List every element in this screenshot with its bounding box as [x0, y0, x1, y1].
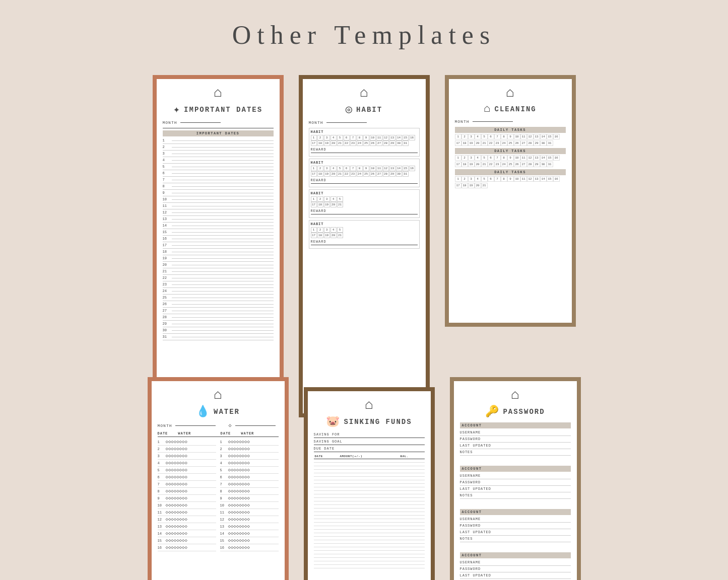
table-row	[314, 473, 425, 477]
water-drop-small: ◇	[229, 422, 232, 428]
daily-tasks-header-3: DAILY TASKS	[455, 169, 566, 175]
cleaning-title: CLEANING	[494, 105, 536, 113]
table-row: 20	[163, 262, 274, 268]
reward-row: REWARD	[311, 209, 418, 214]
table-row	[314, 487, 425, 491]
habit-numbers-row1: 12345	[311, 196, 418, 202]
password-card: ⌂ 🔑 PASSWORD ACCOUNT USERNAME PASSWORD L…	[450, 377, 581, 580]
table-row: 22	[163, 275, 274, 281]
table-row	[314, 533, 425, 537]
target-icon: ◎	[346, 103, 352, 116]
table-row	[314, 547, 425, 551]
list-item: 16◇◇◇◇◇◇◇◇	[158, 544, 216, 551]
month-row: MONTH	[309, 120, 420, 125]
home-icon: ⌂	[360, 85, 368, 101]
table-row: 31	[163, 334, 274, 340]
month-label: MONTH	[455, 119, 470, 124]
username-field-3: USERNAME	[460, 516, 571, 523]
habit-numbers-row1: 12345678910111213141516	[311, 135, 418, 140]
last-updated-field: LAST UPDATED	[460, 443, 571, 449]
saving-for-row: SAVING FOR	[314, 432, 425, 438]
table-row: 1	[163, 137, 274, 144]
water-card: ⌂ 💧 WATER MONTH ◇ DATE WATER DATE	[148, 377, 289, 580]
habit-section-3: HABIT 12345 1718192021 REWARD	[309, 189, 420, 218]
habit-label: HABIT	[311, 222, 418, 226]
list-item: 5◇◇◇◇◇◇◇◇	[220, 467, 279, 474]
table-row: 21	[163, 268, 274, 275]
list-item: 2◇◇◇◇◇◇◇◇	[158, 446, 216, 453]
table-row: 15	[163, 229, 274, 236]
table-row: 3	[163, 151, 274, 157]
list-item: 6◇◇◇◇◇◇◇◇	[220, 474, 279, 481]
table-row	[314, 509, 425, 512]
password-field: PASSWORD	[460, 436, 571, 443]
habit-numbers-row2: 1718192021	[311, 233, 418, 238]
habit-card: ⌂ ◎ HABIT MONTH HABIT 123456789101112131…	[299, 75, 430, 417]
list-item: 5◇◇◇◇◇◇◇◇	[158, 467, 216, 474]
cleaning-numbers-2: 12345678910111213141516	[455, 155, 566, 161]
list-item: 15◇◇◇◇◇◇◇◇	[220, 537, 279, 544]
table-row: 18	[163, 249, 274, 255]
key-icon: 🔑	[485, 405, 499, 418]
password-section-1: ACCOUNT USERNAME PASSWORD LAST UPDATED N…	[460, 422, 571, 456]
account-header-4: ACCOUNT	[460, 552, 571, 558]
table-row	[314, 480, 425, 484]
table-row	[314, 554, 425, 558]
table-row	[314, 558, 425, 561]
amount-col-header: AMOUNT(+/-)	[339, 454, 399, 459]
password-field-2: PASSWORD	[460, 479, 571, 486]
table-row: 24	[163, 288, 274, 295]
home-icon: ⌂	[365, 397, 373, 413]
table-row	[314, 470, 425, 473]
divider	[163, 128, 274, 128]
table-row	[314, 561, 425, 565]
spacer-2	[460, 503, 571, 509]
habit-section-2: HABIT 12345678910111213141516 1718192021…	[309, 159, 420, 187]
table-row: 30	[163, 327, 274, 334]
last-updated-field-3: LAST UPDATED	[460, 529, 571, 536]
water-col-left: DATE WATER	[158, 431, 216, 436]
card-title-row: 🐷 SINKING FUNDS	[326, 415, 412, 428]
month-label: MONTH	[309, 120, 323, 125]
cleaning-numbers-2b: 171819202122232425262728293031	[455, 162, 566, 167]
list-item: 4◇◇◇◇◇◇◇◇	[158, 460, 216, 467]
table-row: 10	[163, 196, 274, 203]
table-row	[314, 501, 425, 505]
list-item: 10◇◇◇◇◇◇◇◇	[220, 502, 279, 509]
habit-section-4: HABIT 12345 1718192021 REWARD	[309, 220, 420, 249]
month-line-2	[235, 425, 276, 426]
date-col-header: DATE	[314, 454, 339, 459]
cleaning-numbers-1b: 171819202122232425262728293031	[455, 140, 566, 146]
table-row: 4	[163, 157, 274, 164]
list-item: 6◇◇◇◇◇◇◇◇	[158, 474, 216, 481]
username-field: USERNAME	[460, 429, 571, 436]
card-title-row: 💧 WATER	[196, 405, 240, 418]
password-section-4: ACCOUNT USERNAME PASSWORD LAST UPDATED N…	[460, 552, 571, 580]
table-row	[314, 512, 425, 516]
table-row	[314, 498, 425, 501]
list-item: 4◇◇◇◇◇◇◇◇	[220, 460, 279, 467]
month-line	[326, 122, 367, 123]
list-item: 8◇◇◇◇◇◇◇◇	[158, 488, 216, 495]
table-row: 11	[163, 203, 274, 209]
important-dates-title: IMPORTANT DATES	[184, 106, 262, 114]
habit-numbers-row2: 171819202122232425262728293031	[311, 140, 418, 146]
water-col-right: DATE WATER	[221, 431, 279, 436]
habit-numbers-row2: 1718192021	[311, 202, 418, 207]
habit-section-1: HABIT 12345678910111213141516 1718192021…	[309, 128, 420, 157]
daily-tasks-header-1: DAILY TASKS	[455, 127, 566, 133]
table-row: 27	[163, 308, 274, 314]
table-row	[314, 516, 425, 519]
table-row: 12	[163, 209, 274, 216]
table-row: 29	[163, 321, 274, 327]
card-title-row: ✦ IMPORTANT DATES	[173, 103, 262, 116]
table-row	[314, 491, 425, 494]
list-item: 8◇◇◇◇◇◇◇◇	[220, 488, 279, 495]
username-field-4: USERNAME	[460, 559, 571, 566]
table-row: 6	[163, 170, 274, 177]
list-item: 10◇◇◇◇◇◇◇◇	[158, 502, 216, 509]
table-row: 14	[163, 223, 274, 229]
section-header: IMPORTANT DATES	[163, 130, 274, 136]
table-row	[314, 544, 425, 547]
list-item: 14◇◇◇◇◇◇◇◇	[158, 530, 216, 537]
